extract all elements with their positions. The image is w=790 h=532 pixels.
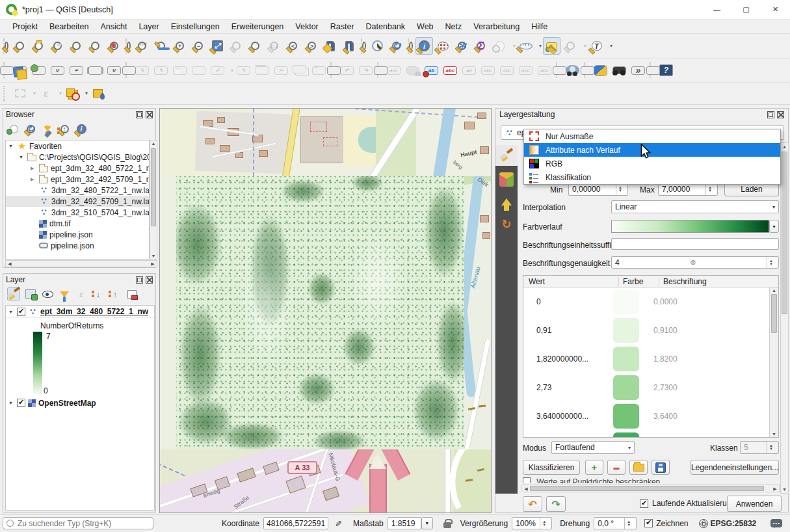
expander-icon[interactable] [31,176,36,182]
browser-item[interactable]: 3dm_32_510_5704_1_nw.laz [6,207,149,218]
suffix-input-field[interactable] [615,239,775,248]
new-geopackage-button[interactable] [30,62,47,79]
add-class-button[interactable]: + [585,460,603,475]
save-classes-button[interactable] [652,460,670,475]
color-ramp-button[interactable] [611,220,769,233]
crs-status[interactable]: EPSG:25832 [711,519,757,528]
save-edits-button[interactable] [171,62,189,79]
zoom-to-selection-button[interactable] [228,37,245,55]
menu-item[interactable]: Layer [133,21,165,33]
scale-combo[interactable]: 1:8519 [388,517,421,529]
cut-features-button[interactable]: ✂ [272,62,290,79]
browser-vscrollbar[interactable]: ▲▼ [150,140,157,259]
menu-item[interactable]: Bearbeiten [44,21,94,33]
undo-style-button[interactable]: ↶ [523,496,542,512]
refresh-browser-button[interactable]: ↻ [24,122,37,135]
table-row[interactable]: 1,820000000... 1,8200 [523,345,769,373]
zoom-to-layer-button[interactable] [246,37,264,55]
browser-item[interactable]: ept_3dm_32_492_5709_1_nw [6,174,149,185]
paste-features-button[interactable] [310,62,328,79]
help-button[interactable]: ? [657,62,675,79]
zoom-out-button[interactable]: − [190,37,207,55]
statistical-summary-button[interactable] [434,37,452,55]
open-classes-button[interactable] [629,460,648,475]
menu-item[interactable]: Raster [324,21,360,33]
select-by-location-button[interactable] [89,85,107,102]
collapse-all-button[interactable]: ↑ [58,122,71,135]
refresh-map-button[interactable]: ↻ [388,37,405,55]
classes-input[interactable]: 5▲▼ [740,441,779,454]
table-row[interactable]: 0 0,0000 [523,287,769,316]
maximize-button[interactable]: ▢ [731,0,761,20]
dock-vscrollbar[interactable]: ▲▼ [780,142,789,494]
renderer-menu-item[interactable]: Nur Ausmaße [524,129,780,143]
layer-diagram-button[interactable] [404,62,421,79]
menu-item[interactable]: Vektor [289,21,324,33]
legend-settings-button[interactable]: Legendeneinstellungen... [691,460,779,475]
browser-item[interactable]: 3dm_32_492_5709_1_nw.laz [6,196,149,207]
search-input[interactable] [18,519,150,528]
zoom-native-button[interactable]: 1:1 [265,37,283,55]
layer-visibility-checkbox[interactable] [17,308,25,316]
pan-to-selection-button[interactable] [152,37,170,55]
filter-browser-button[interactable] [41,122,54,135]
table-row[interactable]: 0,91 0,9100 [523,316,769,345]
render-checkbox[interactable] [644,519,653,527]
measure-button[interactable] [517,37,534,55]
new-project-button[interactable] [11,37,29,55]
delete-selected-button[interactable] [254,62,271,79]
column-header[interactable]: Beschriftung [659,277,707,286]
zoom-to-feature-button[interactable] [562,37,579,55]
expand-all-button[interactable]: ↓ [92,287,105,300]
text-annotation-button[interactable]: T [588,37,605,55]
new-bookmark-button[interactable] [322,37,339,55]
add-favorite-button[interactable] [7,122,20,135]
select-features-button[interactable] [11,85,29,102]
precision-input[interactable]: 4 ⊗ ▲▼ [611,256,779,269]
table-row[interactable] [523,431,769,437]
remove-layer-button[interactable] [125,287,138,300]
new-shapefile-layer-button[interactable]: V [49,62,66,79]
zoom-full-button[interactable]: ⤢ [209,37,226,55]
messages-icon[interactable]: ••• [770,519,782,527]
collapse-all-button[interactable]: ↑ [109,287,122,300]
color-swatch[interactable] [613,375,639,400]
zoom-next-button[interactable]: > [303,37,321,55]
color-swatch[interactable] [613,347,639,371]
min-input[interactable]: 0,00000▲▼ [568,183,628,196]
browser-hscrollbar[interactable]: ◀▶ [5,260,157,267]
suffix-input[interactable] [611,238,779,250]
digitize-with-segment-button[interactable] [190,62,207,79]
tab-3d-view[interactable] [499,172,514,187]
map-canvas[interactable]: Haupt berg Altenau Diek enweg Straße Nik… [159,108,492,513]
remove-class-button[interactable]: ▬ [607,460,625,475]
show-bookmarks-button[interactable] [341,37,358,55]
new-print-layout-button[interactable] [68,37,85,55]
processing-toolbox-button[interactable]: ✻ [453,37,471,55]
add-feature-button[interactable]: ✎ [152,62,170,79]
mode-combo[interactable]: Fortlaufend▾ [551,441,635,454]
modify-attributes-button[interactable]: ✎ [235,62,252,79]
table-vscrollbar[interactable]: ▲▼ [769,287,778,437]
show-statistics-button[interactable]: Σ [472,37,490,55]
redo-style-button[interactable]: ↷ [546,496,566,512]
browser-item[interactable]: Favoriten [6,140,149,152]
browser-item[interactable]: dtm.tif [6,218,149,229]
browser-item[interactable]: pipeline.json [6,229,149,240]
save-project-button[interactable] [49,37,66,55]
new-geopackage-layer-button[interactable]: ✒ [68,62,85,79]
browser-item[interactable]: C:\Projects\QGIS\QGIS_Blog\20 [6,152,149,163]
menu-item[interactable]: Ansicht [94,21,133,33]
filter-legend-button[interactable] [58,287,71,300]
color-ramp-dropdown[interactable]: ▾ [769,220,779,233]
layout-manager-button[interactable] [86,37,104,55]
osm-place-search-button[interactable] [611,62,628,79]
map-tips-button[interactable] [543,37,560,55]
rotate-label-button[interactable]: abc [517,62,534,79]
menu-item[interactable]: Projekt [7,21,44,33]
show-unplaced-labels-button[interactable]: abc [479,62,497,79]
color-swatch[interactable] [613,289,639,314]
layer-item-osm[interactable]: OpenStreetMap [6,397,154,409]
redo-button[interactable]: ↷ [357,62,375,79]
new-virtual-layer-button[interactable]: V [105,62,123,79]
